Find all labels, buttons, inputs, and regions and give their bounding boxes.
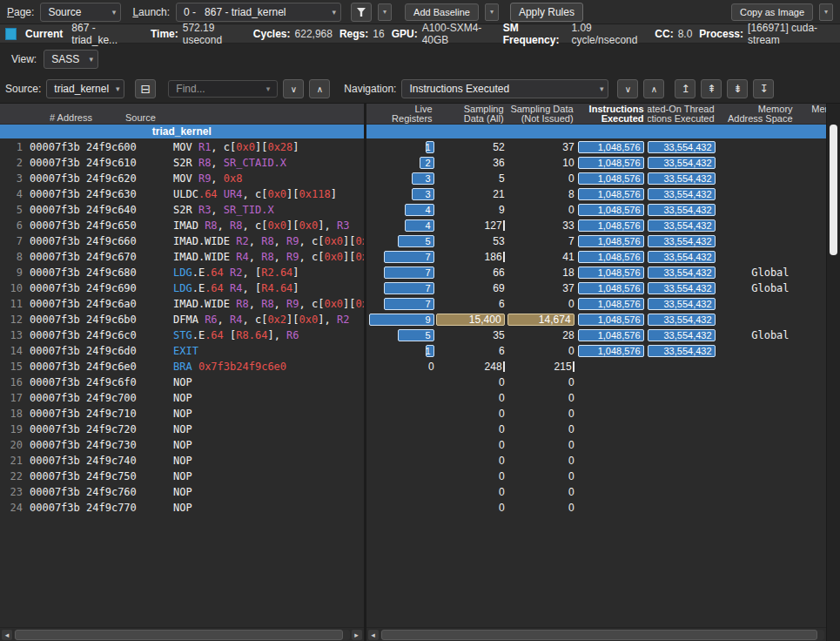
live-registers-column-header[interactable]: LiveRegisters	[366, 104, 436, 124]
line-number: 11	[0, 296, 23, 312]
source-row[interactable]: 2200007f3b 24f9c750NOP	[0, 469, 364, 484]
metrics-row[interactable]: 00	[366, 500, 826, 516]
source-row[interactable]: 700007f3b 24f9c660IMAD.WIDE R2, R8, R9, …	[0, 233, 364, 249]
next-instruction-button[interactable]: ⇟	[727, 79, 748, 98]
copy-as-image-dropdown-button[interactable]: ▾	[819, 3, 833, 21]
scroll-right-icon[interactable]: ▸	[352, 630, 362, 640]
source-row[interactable]: 1400007f3b 24f9c6d0EXIT	[0, 343, 364, 359]
scroll-left-icon[interactable]: ◂	[368, 630, 379, 640]
prev-instruction-button[interactable]: ⇞	[701, 79, 722, 98]
metrics-row[interactable]: 00	[366, 469, 826, 484]
source-row[interactable]: 500007f3b 24f9c640S2R R3, SR_TID.X	[0, 202, 364, 218]
find-input[interactable]: Find... ▾	[168, 80, 278, 98]
source-row[interactable]: 1200007f3b 24f9c6b0DFMA R6, R4, c[0x2][0…	[0, 312, 364, 327]
metrics-row[interactable]: 4127331,048,57633,554,432	[366, 218, 826, 233]
metrics-row[interactable]: 4901,048,57633,554,432	[366, 202, 826, 218]
memory-address-space-cell	[718, 422, 796, 437]
source-pane-header[interactable]: # Address Source	[0, 104, 364, 125]
token: STG	[173, 329, 192, 341]
metrics-row[interactable]: 7186411,048,57633,554,432	[366, 249, 826, 265]
source-row[interactable]: 1100007f3b 24f9c6a0IMAD.WIDE R8, R8, R9,…	[0, 296, 364, 312]
instructions-executed-cell: 1,048,576	[577, 171, 648, 186]
source-row[interactable]: 400007f3b 24f9c630ULDC.64 UR4, c[0x0][0x…	[0, 186, 364, 202]
metrics-row[interactable]: 766181,048,57633,554,432Global	[366, 265, 826, 280]
metrics-row[interactable]: 0248215	[366, 359, 826, 374]
nav-next-hotspot-button[interactable]: ∨	[617, 79, 638, 98]
kernel-banner[interactable]: triad_kernel	[0, 125, 364, 138]
jump-to-top-button[interactable]: ↥	[675, 79, 696, 98]
source-row[interactable]: 600007f3b 24f9c650IMAD R8, R8, c[0x0][0x…	[0, 218, 364, 233]
metrics-row[interactable]: 3501,048,57633,554,432	[366, 171, 826, 186]
page-select[interactable]: Source ▾	[40, 3, 121, 22]
source-row[interactable]: 2100007f3b 24f9c740NOP	[0, 453, 364, 469]
add-baseline-button[interactable]: Add Baseline	[405, 3, 479, 21]
source-column-header[interactable]: Source	[125, 112, 156, 123]
address-column-header[interactable]: # Address	[50, 112, 92, 123]
vertical-scroll-thumb[interactable]	[830, 125, 837, 255]
metrics-row[interactable]: 32181,048,57633,554,432	[366, 186, 826, 202]
metrics-hscrollbar[interactable]: ◂	[366, 627, 826, 641]
find-next-button[interactable]: ∨	[283, 79, 304, 98]
source-row[interactable]: 1300007f3b 24f9c6c0STG.E.64 [R8.64], R6	[0, 327, 364, 343]
copy-as-image-button[interactable]: Copy as Image	[731, 3, 813, 21]
scroll-left-icon[interactable]: ◂	[2, 630, 12, 640]
source-row[interactable]: 2000007f3b 24f9c730NOP	[0, 437, 364, 453]
metrics-row[interactable]: 00	[366, 437, 826, 453]
metrics-row[interactable]: 00	[366, 484, 826, 500]
filter-button[interactable]	[351, 3, 372, 22]
source-row[interactable]: 1900007f3b 24f9c720NOP	[0, 422, 364, 437]
metrics-row[interactable]: 535281,048,57633,554,432Global	[366, 327, 826, 343]
source-hscrollbar[interactable]: ◂ ▸	[0, 627, 364, 641]
metrics-hscroll-track[interactable]	[380, 630, 824, 640]
metrics-hscroll-thumb[interactable]	[381, 630, 817, 640]
metrics-row[interactable]: 00	[366, 390, 826, 406]
apply-rules-button[interactable]: Apply Rules	[510, 3, 583, 22]
nav-prev-hotspot-button[interactable]: ∧	[643, 79, 664, 98]
metrics-row[interactable]: 236101,048,57633,554,432	[366, 155, 826, 171]
source-row[interactable]: 1500007f3b 24f9c6e0BRA 0x7f3b24f9c6e0	[0, 359, 364, 374]
metrics-row[interactable]: 1601,048,57633,554,432	[366, 343, 826, 359]
instructions-executed-box: 1,048,576	[578, 329, 644, 341]
source-row[interactable]: 800007f3b 24f9c670IMAD.WIDE R4, R8, R9, …	[0, 249, 364, 265]
sampling-data-all-column-header[interactable]: SamplingData (All)	[436, 104, 507, 124]
kernel-banner-metrics[interactable]	[366, 125, 826, 138]
memory-extra-column-header[interactable]: MemorC	[796, 104, 826, 124]
source-row[interactable]: 1700007f3b 24f9c700NOP	[0, 390, 364, 406]
metrics-row[interactable]: 00	[366, 422, 826, 437]
predicated-on-thread-instructions-executed-column-header[interactable]: dicated-On Threadructions Executed	[648, 104, 718, 124]
baseline-dropdown-button[interactable]: ▾	[485, 3, 499, 21]
metrics-row[interactable]: 915,40014,6741,048,57633,554,432	[366, 312, 826, 327]
memory-address-space-cell	[718, 390, 796, 406]
metrics-row[interactable]: 769371,048,57633,554,432Global	[366, 280, 826, 296]
metrics-row[interactable]: 00	[366, 374, 826, 390]
jump-to-bottom-button[interactable]: ↧	[753, 79, 774, 98]
launch-select[interactable]: 0 - 867 - triad_kernel ▾	[176, 3, 341, 22]
find-prev-button[interactable]: ∧	[309, 79, 330, 98]
source-row[interactable]: 300007f3b 24f9c620MOV R9, 0x8	[0, 171, 364, 186]
metrics-row[interactable]: 00	[366, 406, 826, 422]
source-row[interactable]: 1000007f3b 24f9c690LDG.E.64 R4, [R4.64]	[0, 280, 364, 296]
source-row[interactable]: 1600007f3b 24f9c6f0NOP	[0, 374, 364, 390]
source-hscroll-thumb[interactable]	[15, 630, 343, 640]
source-hscroll-track[interactable]	[14, 630, 350, 640]
metrics-row[interactable]: 152371,048,57633,554,432	[366, 139, 826, 155]
sampling-data-not-issued-column-header[interactable]: Sampling Data(Not Issued)	[507, 104, 577, 124]
memory-address-space-column-header[interactable]: MemoryAddress Space	[718, 104, 796, 124]
filter-dropdown-button[interactable]: ▾	[378, 3, 392, 21]
metrics-row[interactable]: 55371,048,57633,554,432	[366, 233, 826, 249]
collapse-all-button[interactable]: ⊟	[135, 79, 156, 98]
source-row[interactable]: 2300007f3b 24f9c760NOP	[0, 484, 364, 500]
source-row[interactable]: 100007f3b 24f9c600MOV R1, c[0x0][0x28]	[0, 139, 364, 155]
instructions-executed-column-header[interactable]: InstructionsExecuted	[577, 104, 648, 124]
source-row[interactable]: 2400007f3b 24f9c770NOP	[0, 500, 364, 516]
header-line: ructions Executed	[648, 114, 715, 124]
navigation-metric-select[interactable]: Instructions Executed ▾	[401, 79, 608, 98]
metrics-row[interactable]: 7601,048,57633,554,432	[366, 296, 826, 312]
view-select[interactable]: SASS ▾	[44, 50, 98, 69]
metrics-row[interactable]: 00	[366, 453, 826, 469]
source-row[interactable]: 200007f3b 24f9c610S2R R8, SR_CTAID.X	[0, 155, 364, 171]
source-row[interactable]: 1800007f3b 24f9c710NOP	[0, 406, 364, 422]
source-row[interactable]: 900007f3b 24f9c680LDG.E.64 R2, [R2.64]	[0, 265, 364, 280]
source-select[interactable]: triad_kernel ▾	[46, 79, 124, 98]
vertical-scrollbar[interactable]	[826, 104, 840, 641]
